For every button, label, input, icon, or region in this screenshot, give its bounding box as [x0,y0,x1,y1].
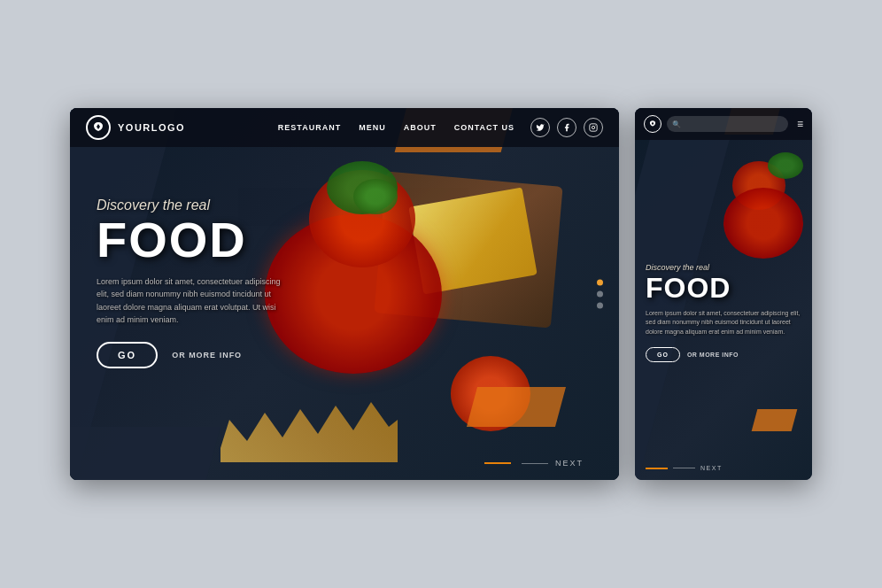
mobile-cta-row: GO OR MORE INFO [646,347,805,362]
mobile-next-label[interactable]: NEXT [646,465,723,471]
next-label[interactable]: NEXT [484,459,584,468]
next-orange-line [484,462,511,464]
svg-point-1 [592,126,594,128]
mobile-logo-svg [648,120,657,128]
hero-content: Discovery the real FOOD Lorem ipsum dolo… [97,197,282,368]
next-text: NEXT [555,459,584,468]
desktop-navbar: YOURLOGO RESTAURANT MENU ABOUT CONTACT U… [70,108,619,147]
twitter-icon[interactable] [530,118,550,137]
dot-3[interactable] [597,303,603,309]
mobile-next-text: NEXT [700,465,723,471]
page-container: YOURLOGO RESTAURANT MENU ABOUT CONTACT U… [52,90,830,498]
mobile-search-icon: 🔍 [672,120,681,128]
instagram-icon[interactable] [584,118,603,137]
description: Lorem ipsum dolor sit amet, consectetuer… [97,275,282,327]
pasta [220,391,398,462]
mobile-card: 🔍 ≡ Discovery the real FOOD Lorem ipsum … [635,108,812,480]
logo-text: YOURLOGO [118,122,185,133]
tomato-cluster-3 [451,356,530,431]
nav-contact[interactable]: CONTACT US [454,123,514,132]
mobile-go-button[interactable]: GO [646,347,680,362]
mobile-logo-icon[interactable] [644,115,662,133]
nav-restaurant[interactable]: RESTAURANT [278,123,341,132]
herb-2 [353,179,398,214]
svg-point-2 [595,125,596,126]
more-info-label: OR MORE INFO [172,351,242,360]
slide-dots [597,280,603,309]
cta-row: GO OR MORE INFO [97,342,282,368]
mobile-next-white-line [673,468,695,468]
desktop-card: YOURLOGO RESTAURANT MENU ABOUT CONTACT U… [70,108,619,480]
mobile-description: Lorem ipsum dolor sit amet, consectetuer… [646,309,805,337]
main-title: FOOD [97,215,282,265]
next-white-line [522,463,548,464]
mobile-main-title: FOOD [646,274,805,302]
dot-1[interactable] [597,280,603,286]
mobile-navbar: 🔍 ≡ [635,108,812,140]
mobile-search-bar[interactable]: 🔍 [667,116,788,132]
logo-icon[interactable] [86,115,111,140]
mobile-next-orange-line [646,468,668,469]
logo-area: YOURLOGO [86,115,278,140]
mobile-hero-content: Discovery the real FOOD Lorem ipsum dolo… [646,263,805,362]
social-icons [530,118,603,137]
svg-rect-0 [590,124,597,131]
dot-2[interactable] [597,291,603,298]
mobile-menu-icon[interactable]: ≡ [797,118,803,130]
nav-menu[interactable]: MENU [359,123,386,132]
logo-svg [91,120,105,135]
mobile-more-info: OR MORE INFO [687,352,739,358]
mobile-herb [768,152,803,179]
nav-about[interactable]: ABOUT [404,123,437,132]
go-button[interactable]: GO [97,342,158,368]
nav-links: RESTAURANT MENU ABOUT CONTACT US [278,123,514,132]
mobile-tomato-1 [723,188,803,259]
facebook-icon[interactable] [557,118,576,137]
